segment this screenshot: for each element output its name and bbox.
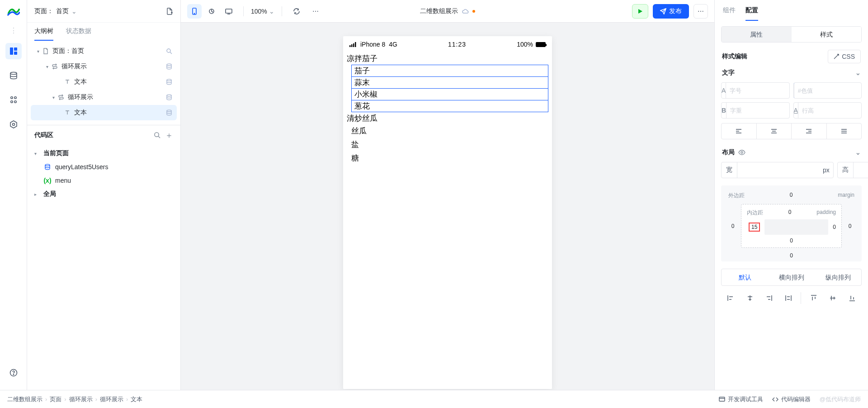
svg-rect-23 — [349, 45, 351, 47]
unsaved-indicator — [472, 10, 475, 13]
center-area: 100%⌄ ⋯ 二维数组展示 发布 ⋯ iPhone 8 — [181, 0, 714, 390]
rail-database-icon[interactable] — [5, 67, 22, 84]
tree-node[interactable]: 文本 — [31, 74, 177, 90]
svg-point-4 — [10, 97, 12, 99]
ingredient-item: 糖 — [343, 152, 552, 165]
crumb[interactable]: 循环展示 — [100, 395, 123, 403]
svg-point-3 — [10, 72, 17, 75]
run-button[interactable] — [632, 4, 648, 19]
svg-point-17 — [155, 133, 159, 137]
refresh-icon[interactable] — [289, 4, 304, 19]
style-edit-title: 样式编辑 — [722, 52, 747, 61]
crumb[interactable]: 二维数组展示 — [7, 395, 42, 403]
recipe-title: 凉拌茄子 — [343, 52, 552, 65]
phone-preview: iPhone 8 4G 11:23 100% 凉拌茄子茄子蒜末小米椒葱花清炒丝瓜… — [343, 36, 552, 389]
code-search-icon[interactable] — [154, 132, 160, 138]
rail-help-icon[interactable] — [5, 365, 22, 381]
code-node[interactable]: ▸全局 — [32, 187, 176, 201]
signal-icon — [349, 42, 357, 47]
color-input[interactable] — [793, 82, 862, 99]
nav-rail: ⋮ — [0, 0, 27, 390]
box-model[interactable]: 外边距0margin 0 内边距0padding 15 0 0 0 — [721, 185, 862, 261]
fontweight-select[interactable]: B⌄ — [721, 102, 790, 119]
crumb[interactable]: 页面 — [50, 395, 61, 403]
chevron-down-icon: ⌄ — [71, 8, 77, 15]
tree-node[interactable]: ▾循环展示 — [31, 59, 177, 74]
outline-tree: ▾页面：首页▾循环展示文本▾循环展示文本 — [27, 41, 180, 125]
device-mobile-icon[interactable] — [187, 4, 202, 19]
height-input[interactable]: 高px — [837, 162, 868, 178]
svg-point-13 — [167, 64, 171, 66]
align-center-icon[interactable] — [756, 123, 792, 139]
ingredient-item: 丝瓜 — [343, 124, 552, 138]
width-input[interactable]: 宽px — [721, 162, 834, 178]
device-tablet-icon[interactable] — [204, 4, 219, 19]
app-logo — [7, 5, 20, 18]
rail-components-icon[interactable] — [5, 92, 22, 108]
layout-row[interactable]: 横向排列 — [768, 269, 815, 285]
valign-end-icon[interactable] — [842, 290, 862, 306]
css-button[interactable]: CSS — [828, 50, 861, 63]
code-node[interactable]: ▾当前页面 — [32, 147, 176, 160]
valign-start-icon[interactable] — [804, 290, 823, 306]
ingredient-item: 盐 — [343, 138, 552, 152]
tab-config[interactable]: 配置 — [745, 6, 758, 21]
layout-column[interactable]: 纵向排列 — [815, 269, 861, 285]
seg-attrs[interactable]: 属性 — [722, 27, 792, 42]
align-left-icon[interactable] — [721, 123, 757, 139]
devtools-button[interactable]: 开发调试工具 — [719, 395, 763, 403]
tree-node[interactable]: 文本 — [31, 105, 177, 120]
align-right-icon[interactable] — [791, 123, 827, 139]
tab-state[interactable]: 状态数据 — [66, 27, 91, 41]
tree-node[interactable]: ▾页面：首页 — [31, 43, 177, 59]
text-section-title: 文字 — [722, 69, 735, 77]
ingredient-item: 葱花 — [351, 100, 548, 112]
svg-point-16 — [167, 110, 171, 112]
code-node[interactable]: (x)menu — [32, 174, 176, 187]
chevron-down-icon[interactable]: ⌄ — [855, 69, 861, 76]
tree-node[interactable]: ▾循环展示 — [31, 90, 177, 105]
layout-default[interactable]: 默认 — [722, 269, 768, 285]
halign-center-icon[interactable] — [741, 290, 760, 306]
svg-rect-22 — [226, 9, 232, 13]
valign-center-icon[interactable] — [823, 290, 843, 306]
device-desktop-icon[interactable] — [222, 4, 236, 19]
crumb[interactable]: 文本 — [131, 395, 142, 403]
padding-left-value[interactable]: 15 — [749, 223, 760, 232]
rail-pages-icon[interactable] — [5, 43, 22, 59]
seg-style[interactable]: 样式 — [792, 27, 862, 42]
zoom-select[interactable]: 100%⌄ — [251, 8, 274, 15]
add-page-icon[interactable] — [166, 8, 173, 15]
svg-point-9 — [12, 123, 14, 126]
breadcrumb[interactable]: 二维数组展示›页面›循环展示›循环展示›文本 — [7, 395, 142, 403]
watermark: @低代码布道师 — [820, 395, 861, 403]
fontsize-input[interactable]: A — [721, 82, 790, 99]
eye-icon[interactable] — [738, 150, 745, 155]
svg-rect-0 — [10, 47, 13, 55]
page-selector[interactable]: 页面：首页 ⌄ — [34, 7, 77, 15]
code-add-icon[interactable]: ＋ — [165, 130, 173, 141]
rail-settings-icon[interactable] — [5, 116, 22, 133]
halign-stretch-icon[interactable] — [779, 290, 798, 306]
document-title: 二维数组展示 — [420, 7, 475, 15]
lineheight-input[interactable]: A — [793, 102, 862, 119]
svg-point-6 — [10, 101, 12, 103]
publish-button[interactable]: 发布 — [653, 4, 689, 19]
toolbar-more-icon[interactable]: ⋯ — [308, 4, 323, 19]
crumb[interactable]: 循环展示 — [69, 395, 93, 403]
svg-rect-26 — [355, 42, 356, 47]
svg-point-15 — [167, 95, 171, 96]
svg-point-12 — [167, 49, 170, 52]
code-node[interactable]: queryLatest5Users — [32, 160, 176, 174]
halign-end-icon[interactable] — [760, 290, 779, 306]
chevron-down-icon[interactable]: ⌄ — [855, 149, 861, 156]
code-editor-button[interactable]: 代码编辑器 — [772, 395, 811, 403]
tab-outline[interactable]: 大纲树 — [34, 27, 53, 41]
more-icon[interactable]: ⋮ — [10, 26, 17, 35]
tab-component[interactable]: 组件 — [723, 6, 736, 21]
svg-point-7 — [14, 101, 16, 103]
align-justify-icon[interactable] — [826, 123, 862, 139]
svg-point-5 — [14, 97, 16, 99]
header-more-button[interactable]: ⋯ — [693, 4, 708, 19]
halign-start-icon[interactable] — [721, 290, 741, 306]
